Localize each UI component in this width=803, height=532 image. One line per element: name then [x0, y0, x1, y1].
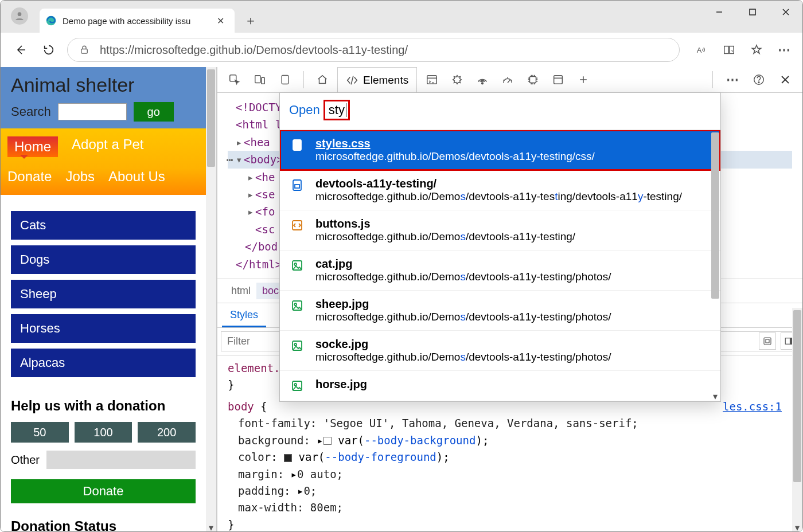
maximize-button[interactable] — [736, 1, 769, 24]
elements-tab[interactable]: Elements — [337, 67, 417, 93]
page-nav: Home Adopt a Pet Donate Jobs About Us — [1, 128, 206, 195]
reader-mode-icon[interactable] — [720, 41, 738, 59]
devtools-close-icon[interactable] — [775, 69, 796, 90]
tab-close-icon[interactable]: ✕ — [215, 13, 227, 29]
cat-link[interactable]: Dogs — [11, 245, 196, 274]
go-button[interactable]: go — [134, 102, 174, 122]
url-field[interactable]: https://microsoftedge.github.io/Demos/de… — [67, 38, 680, 62]
command-menu: Open sty ▴ ▾ styles.cssmicrosoftedge.git… — [279, 92, 721, 402]
favorite-icon[interactable] — [747, 41, 766, 59]
donation-status-header: Donation Status — [1, 503, 206, 532]
cat-link[interactable]: Horses — [11, 314, 196, 343]
donate-button[interactable]: Donate — [11, 479, 196, 503]
svg-rect-24 — [766, 339, 769, 343]
svg-rect-9 — [730, 46, 734, 54]
performance-icon[interactable] — [497, 69, 518, 90]
styles-tab[interactable]: Styles — [222, 304, 266, 327]
memory-icon[interactable] — [523, 69, 543, 90]
donate-100[interactable]: 100 — [75, 422, 132, 443]
donate-200[interactable]: 200 — [138, 422, 196, 443]
minimize-button[interactable] — [703, 1, 736, 24]
welcome-icon[interactable] — [312, 69, 333, 90]
refresh-button[interactable] — [38, 40, 59, 60]
address-bar: https://microsoftedge.github.io/Demos/de… — [1, 33, 802, 67]
svg-point-36 — [294, 343, 297, 346]
file-type-icon — [290, 178, 305, 193]
lock-icon — [79, 45, 89, 55]
file-type-icon — [290, 138, 305, 153]
command-menu-item[interactable]: buttons.jsmicrosoftedge.github.io/Demos/… — [280, 210, 720, 251]
window-controls — [703, 1, 802, 24]
add-tab-icon[interactable] — [573, 69, 594, 90]
crumb-html[interactable]: html — [225, 283, 256, 299]
cat-link[interactable]: Alpacas — [11, 349, 196, 377]
nav-donate[interactable]: Donate — [7, 169, 52, 185]
command-menu-item[interactable]: styles.cssmicrosoftedge.github.io/Demos/… — [280, 130, 720, 170]
page-scrollbar[interactable]: ▴ ▾ — [206, 67, 216, 532]
file-type-icon — [290, 218, 305, 233]
devtools-toolbar: Elements ⋯ — [217, 67, 802, 93]
application-icon[interactable] — [548, 69, 568, 90]
other-label: Other — [11, 453, 40, 467]
svg-rect-16 — [530, 77, 536, 83]
inspect-icon[interactable] — [224, 69, 245, 90]
svg-rect-11 — [255, 76, 260, 83]
profile-avatar[interactable] — [11, 7, 28, 25]
donate-50[interactable]: 50 — [11, 422, 69, 443]
sources-icon[interactable] — [447, 69, 467, 90]
command-menu-item[interactable]: sheep.jpgmicrosoftedge.github.io/Demos/d… — [280, 291, 720, 331]
page-viewport: Animal shelter Search go Home Adopt a Pe… — [1, 67, 216, 532]
console-icon[interactable] — [422, 69, 442, 90]
toggle-classes-icon[interactable] — [759, 332, 776, 350]
svg-point-32 — [294, 263, 297, 265]
svg-rect-13 — [282, 76, 289, 84]
svg-rect-28 — [293, 180, 301, 190]
svg-rect-17 — [554, 76, 563, 84]
page-title: Animal shelter — [11, 74, 196, 96]
nav-adopt[interactable]: Adopt a Pet — [72, 136, 143, 157]
help-icon[interactable] — [749, 69, 769, 90]
command-menu-item[interactable]: horse.jpg — [280, 371, 720, 401]
cat-link[interactable]: Cats — [11, 211, 196, 240]
new-tab-button[interactable]: ＋ — [239, 9, 262, 33]
svg-rect-23 — [764, 338, 771, 345]
file-type-icon — [290, 339, 305, 354]
svg-rect-12 — [262, 77, 265, 84]
browser-tab[interactable]: Demo page with accessibility issu ✕ — [40, 9, 235, 33]
read-aloud-icon[interactable]: A — [692, 41, 711, 59]
svg-rect-6 — [81, 49, 88, 54]
window-titlebar: Demo page with accessibility issu ✕ ＋ — [1, 1, 802, 33]
file-type-icon — [290, 259, 305, 273]
back-button[interactable] — [10, 40, 30, 60]
command-input[interactable]: sty — [323, 100, 350, 120]
close-window-button[interactable] — [769, 1, 802, 24]
more-menu-icon[interactable]: ⋯ — [775, 41, 793, 59]
svg-point-15 — [482, 83, 484, 84]
panel-icon[interactable] — [275, 69, 295, 90]
nav-home[interactable]: Home — [7, 136, 58, 157]
device-toggle-icon[interactable] — [250, 69, 270, 90]
devtools-more-icon[interactable]: ⋯ — [722, 69, 743, 90]
command-menu-item[interactable]: socke.jpgmicrosoftedge.github.io/Demos/d… — [280, 331, 720, 371]
devtools-scrollbar[interactable]: ▴ ▾ — [792, 308, 802, 532]
svg-rect-3 — [750, 9, 755, 15]
svg-point-38 — [294, 384, 297, 386]
svg-text:A: A — [697, 46, 702, 54]
source-link[interactable]: les.css:1 — [723, 398, 782, 415]
open-label: Open — [289, 103, 320, 118]
command-menu-item[interactable]: cat.jpgmicrosoftedge.github.io/Demos/dev… — [280, 251, 720, 291]
command-menu-item[interactable]: devtools-a11y-testing/microsoftedge.gith… — [280, 170, 720, 210]
svg-point-34 — [294, 303, 297, 306]
cat-link[interactable]: Sheep — [11, 280, 196, 308]
url-text: https://microsoftedge.github.io/Demos/de… — [100, 44, 408, 57]
network-icon[interactable] — [472, 69, 493, 90]
svg-point-20 — [758, 82, 759, 83]
edge-favicon-icon — [45, 15, 57, 26]
nav-jobs[interactable]: Jobs — [65, 169, 95, 185]
donation-header: Help us with a donation — [1, 383, 206, 422]
svg-rect-29 — [295, 185, 299, 188]
nav-about[interactable]: About Us — [108, 169, 165, 185]
search-label: Search — [11, 104, 51, 119]
search-input[interactable] — [58, 103, 127, 120]
other-amount-input[interactable] — [46, 451, 196, 469]
